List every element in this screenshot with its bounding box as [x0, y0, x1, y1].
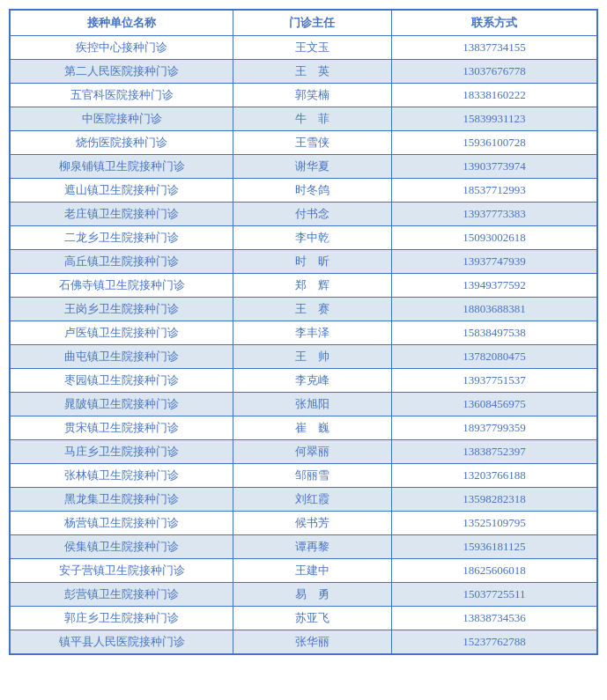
cell-director: 牛 菲 — [233, 107, 392, 131]
cell-director: 郑 辉 — [233, 274, 392, 298]
cell-unit-name: 高丘镇卫生院接种门诊 — [11, 250, 233, 274]
table-row: 五官科医院接种门诊郭笑楠18338160222 — [11, 84, 597, 107]
table-row: 马庄乡卫生院接种门诊何翠丽13838752397 — [11, 440, 597, 464]
table-row: 张林镇卫生院接种门诊邹丽雪13203766188 — [11, 464, 597, 488]
cell-contact: 13838734536 — [391, 607, 596, 630]
table-row: 曲屯镇卫生院接种门诊王 帅13782080475 — [11, 345, 597, 369]
table-row: 晁陂镇卫生院接种门诊张旭阳13608456975 — [11, 393, 597, 416]
cell-director: 候书芳 — [233, 512, 392, 535]
cell-unit-name: 杨营镇卫生院接种门诊 — [11, 512, 233, 535]
header-director: 门诊主任 — [233, 11, 392, 36]
cell-director: 谢华夏 — [233, 155, 392, 179]
table-row: 安子营镇卫生院接种门诊王建中18625606018 — [11, 559, 597, 583]
cell-director: 时冬鸽 — [233, 179, 392, 203]
cell-contact: 13949377592 — [391, 274, 596, 298]
table-row: 彭营镇卫生院接种门诊易 勇15037725511 — [11, 583, 597, 607]
table-row: 王岗乡卫生院接种门诊王 赛18803688381 — [11, 298, 597, 321]
cell-contact: 13037676778 — [391, 60, 596, 84]
cell-director: 何翠丽 — [233, 440, 392, 464]
cell-director: 王 英 — [233, 60, 392, 84]
cell-contact: 18625606018 — [391, 559, 596, 583]
cell-unit-name: 晁陂镇卫生院接种门诊 — [11, 393, 233, 416]
cell-contact: 13838752397 — [391, 440, 596, 464]
cell-director: 时 昕 — [233, 250, 392, 274]
cell-contact: 18338160222 — [391, 84, 596, 107]
table-row: 贯宋镇卫生院接种门诊崔 巍18937799359 — [11, 416, 597, 440]
table-header-row: 接种单位名称 门诊主任 联系方式 — [11, 11, 597, 36]
cell-director: 王文玉 — [233, 36, 392, 60]
cell-contact: 15037725511 — [391, 583, 596, 607]
cell-contact: 13937747939 — [391, 250, 596, 274]
table-row: 二龙乡卫生院接种门诊李中乾15093002618 — [11, 226, 597, 250]
cell-contact: 15936181125 — [391, 535, 596, 559]
table-row: 杨营镇卫生院接种门诊候书芳13525109795 — [11, 512, 597, 535]
table-row: 镇平县人民医院接种门诊张华丽15237762788 — [11, 630, 597, 654]
table-row: 卢医镇卫生院接种门诊李丰泽15838497538 — [11, 321, 597, 345]
cell-unit-name: 侯集镇卫生院接种门诊 — [11, 535, 233, 559]
table-row: 黑龙集卫生院接种门诊刘红霞13598282318 — [11, 488, 597, 512]
cell-director: 王 帅 — [233, 345, 392, 369]
cell-contact: 13782080475 — [391, 345, 596, 369]
header-name: 接种单位名称 — [11, 11, 233, 36]
cell-director: 李丰泽 — [233, 321, 392, 345]
cell-unit-name: 卢医镇卫生院接种门诊 — [11, 321, 233, 345]
cell-contact: 13937751537 — [391, 369, 596, 393]
cell-director: 崔 巍 — [233, 416, 392, 440]
cell-unit-name: 曲屯镇卫生院接种门诊 — [11, 345, 233, 369]
cell-unit-name: 马庄乡卫生院接种门诊 — [11, 440, 233, 464]
cell-unit-name: 镇平县人民医院接种门诊 — [11, 630, 233, 654]
cell-director: 张华丽 — [233, 630, 392, 654]
table-row: 疾控中心接种门诊王文玉13837734155 — [11, 36, 597, 60]
cell-unit-name: 疾控中心接种门诊 — [11, 36, 233, 60]
cell-contact: 13203766188 — [391, 464, 596, 488]
cell-contact: 18937799359 — [391, 416, 596, 440]
cell-contact: 18537712993 — [391, 179, 596, 203]
cell-director: 谭再黎 — [233, 535, 392, 559]
cell-contact: 15839931123 — [391, 107, 596, 131]
cell-contact: 13525109795 — [391, 512, 596, 535]
cell-unit-name: 遮山镇卫生院接种门诊 — [11, 179, 233, 203]
header-contact: 联系方式 — [391, 11, 596, 36]
cell-unit-name: 彭营镇卫生院接种门诊 — [11, 583, 233, 607]
table-row: 烧伤医院接种门诊王雪侠15936100728 — [11, 131, 597, 155]
table-row: 石佛寺镇卫生院接种门诊郑 辉13949377592 — [11, 274, 597, 298]
cell-director: 李克峰 — [233, 369, 392, 393]
table-row: 第二人民医院接种门诊王 英13037676778 — [11, 60, 597, 84]
cell-contact: 15237762788 — [391, 630, 596, 654]
cell-director: 邹丽雪 — [233, 464, 392, 488]
table-row: 郭庄乡卫生院接种门诊苏亚飞13838734536 — [11, 607, 597, 630]
cell-contact: 15936100728 — [391, 131, 596, 155]
table-row: 老庄镇卫生院接种门诊付书念13937773383 — [11, 203, 597, 226]
cell-unit-name: 五官科医院接种门诊 — [11, 84, 233, 107]
main-table-wrapper: 接种单位名称 门诊主任 联系方式 疾控中心接种门诊王文玉13837734155第… — [9, 9, 598, 655]
cell-contact: 13608456975 — [391, 393, 596, 416]
cell-director: 王 赛 — [233, 298, 392, 321]
cell-unit-name: 黑龙集卫生院接种门诊 — [11, 488, 233, 512]
table-row: 侯集镇卫生院接种门诊谭再黎15936181125 — [11, 535, 597, 559]
cell-director: 王建中 — [233, 559, 392, 583]
table-row: 高丘镇卫生院接种门诊时 昕13937747939 — [11, 250, 597, 274]
cell-director: 张旭阳 — [233, 393, 392, 416]
cell-unit-name: 中医院接种门诊 — [11, 107, 233, 131]
cell-unit-name: 枣园镇卫生院接种门诊 — [11, 369, 233, 393]
cell-unit-name: 王岗乡卫生院接种门诊 — [11, 298, 233, 321]
cell-director: 刘红霞 — [233, 488, 392, 512]
cell-unit-name: 张林镇卫生院接种门诊 — [11, 464, 233, 488]
cell-director: 付书念 — [233, 203, 392, 226]
cell-unit-name: 烧伤医院接种门诊 — [11, 131, 233, 155]
cell-director: 苏亚飞 — [233, 607, 392, 630]
cell-contact: 15093002618 — [391, 226, 596, 250]
vaccination-table: 接种单位名称 门诊主任 联系方式 疾控中心接种门诊王文玉13837734155第… — [10, 10, 597, 654]
cell-unit-name: 石佛寺镇卫生院接种门诊 — [11, 274, 233, 298]
table-row: 柳泉铺镇卫生院接种门诊谢华夏13903773974 — [11, 155, 597, 179]
cell-unit-name: 第二人民医院接种门诊 — [11, 60, 233, 84]
table-row: 中医院接种门诊牛 菲15839931123 — [11, 107, 597, 131]
cell-unit-name: 二龙乡卫生院接种门诊 — [11, 226, 233, 250]
cell-unit-name: 老庄镇卫生院接种门诊 — [11, 203, 233, 226]
cell-unit-name: 郭庄乡卫生院接种门诊 — [11, 607, 233, 630]
cell-contact: 13937773383 — [391, 203, 596, 226]
cell-contact: 15838497538 — [391, 321, 596, 345]
cell-unit-name: 安子营镇卫生院接种门诊 — [11, 559, 233, 583]
cell-director: 李中乾 — [233, 226, 392, 250]
cell-contact: 18803688381 — [391, 298, 596, 321]
